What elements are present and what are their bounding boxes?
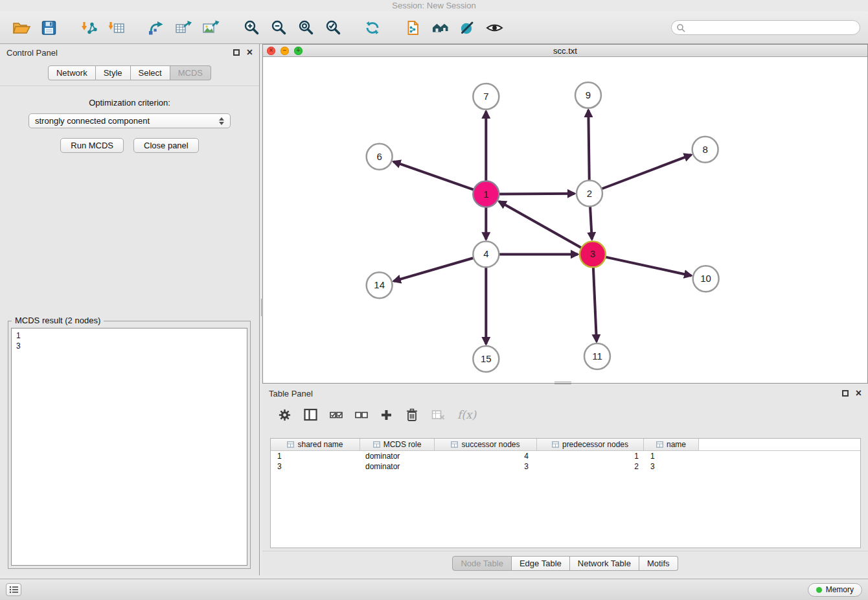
select-all-icon xyxy=(330,410,343,420)
optimization-criterion-label: Optimization criterion: xyxy=(0,98,259,108)
table-settings-button[interactable] xyxy=(278,408,291,422)
close-panel-icon[interactable]: × xyxy=(856,389,862,397)
delete-columns-button[interactable] xyxy=(405,408,419,422)
tab-motifs[interactable]: Motifs xyxy=(639,556,678,571)
table-row[interactable]: 3dominator323 xyxy=(271,461,860,472)
zoom-out-button[interactable] xyxy=(264,14,291,41)
show-columns-button[interactable] xyxy=(304,408,317,421)
graph-edge[interactable] xyxy=(393,161,474,190)
houses-icon xyxy=(431,19,449,36)
zoom-selected-button[interactable] xyxy=(319,14,346,41)
table-cell[interactable]: dominator xyxy=(360,461,435,472)
node-table-header: shared name MCDS role successor nodes pr… xyxy=(271,439,860,451)
graph-edge[interactable] xyxy=(605,257,691,276)
tab-mcds[interactable]: MCDS xyxy=(170,65,211,80)
maximize-window-icon[interactable]: + xyxy=(294,47,303,55)
import-table-button[interactable] xyxy=(102,14,130,41)
network-arrow-icon xyxy=(147,19,165,36)
node-table: shared name MCDS role successor nodes pr… xyxy=(270,438,861,548)
eye-icon xyxy=(486,20,503,36)
table-cell[interactable]: 1 xyxy=(644,451,699,461)
run-mcds-button[interactable]: Run MCDS xyxy=(60,138,124,153)
graph-node-label: 3 xyxy=(590,248,595,259)
graph-node-label: 4 xyxy=(483,248,488,259)
unselect-all-columns-button[interactable] xyxy=(355,410,368,420)
column-header-predecessor-nodes[interactable]: predecessor nodes xyxy=(537,439,644,450)
column-type-icon xyxy=(451,441,458,448)
graph-edge[interactable] xyxy=(602,155,692,189)
status-menu-button[interactable] xyxy=(6,583,21,596)
network-analyzer-button[interactable] xyxy=(426,14,453,41)
select-all-columns-button[interactable] xyxy=(330,410,343,420)
import-network-button[interactable] xyxy=(75,14,102,41)
table-cell[interactable]: 3 xyxy=(644,461,699,472)
tab-network-table[interactable]: Network Table xyxy=(570,556,639,571)
zoom-fit-button[interactable] xyxy=(291,14,319,41)
memory-button[interactable]: Memory xyxy=(808,583,862,597)
node-table-body: 1dominator4113dominator323 xyxy=(271,451,860,472)
details-button[interactable] xyxy=(481,14,508,41)
graph-edge[interactable] xyxy=(499,202,581,248)
tab-edge-table[interactable]: Edge Table xyxy=(512,556,570,571)
table-cell[interactable]: 1 xyxy=(271,451,360,461)
table-panel: Table Panel × xyxy=(262,385,868,575)
column-header-mcds-role[interactable]: MCDS role xyxy=(360,439,435,450)
document-share-icon xyxy=(404,19,422,36)
graph-node-label: 2 xyxy=(587,188,592,199)
table-cell[interactable]: 3 xyxy=(435,461,537,472)
network-window-title: scc.txt xyxy=(263,46,867,56)
save-icon xyxy=(40,19,58,36)
table-cell[interactable]: 2 xyxy=(537,461,644,472)
float-panel-icon[interactable] xyxy=(233,49,240,56)
refresh-button[interactable] xyxy=(359,14,386,41)
graph-node-label: 6 xyxy=(376,151,382,162)
export-table-button[interactable] xyxy=(170,14,197,41)
zoom-in-icon xyxy=(243,19,259,36)
network-graph: 7968124314101511 xyxy=(263,58,867,383)
search-input[interactable] xyxy=(689,23,855,32)
paint-ball-icon xyxy=(459,19,475,36)
column-header-label: MCDS role xyxy=(383,440,422,449)
tab-style[interactable]: Style xyxy=(96,65,131,80)
table-cell[interactable]: 4 xyxy=(435,451,537,461)
export-image-button[interactable] xyxy=(197,14,224,41)
table-cell[interactable]: 3 xyxy=(271,461,360,472)
share-document-button[interactable] xyxy=(399,14,426,41)
column-header-shared-name[interactable]: shared name xyxy=(271,439,360,450)
close-panel-icon[interactable]: × xyxy=(247,49,253,56)
column-header-label: predecessor nodes xyxy=(562,440,628,449)
open-session-button[interactable] xyxy=(8,14,35,41)
table-row[interactable]: 1dominator411 xyxy=(271,451,860,461)
delete-table-icon xyxy=(431,408,445,421)
graph-edge[interactable] xyxy=(593,267,597,341)
horizontal-splitter-handle[interactable] xyxy=(554,382,571,384)
column-header-successor-nodes[interactable]: successor nodes xyxy=(435,439,537,450)
graph-node-label: 15 xyxy=(481,353,492,364)
tab-network[interactable]: Network xyxy=(48,65,96,80)
delete-table-button xyxy=(431,408,445,421)
graph-edge[interactable] xyxy=(394,258,474,281)
column-header-name[interactable]: name xyxy=(644,439,699,450)
search-icon xyxy=(676,23,685,32)
graph-edge[interactable] xyxy=(499,194,575,194)
network-canvas[interactable]: 7968124314101511 xyxy=(263,58,867,383)
tab-node-table[interactable]: Node Table xyxy=(452,556,512,571)
graph-edge[interactable] xyxy=(590,207,592,240)
export-network-button[interactable] xyxy=(143,14,170,41)
criterion-dropdown[interactable]: strongly connected component xyxy=(29,113,231,128)
minimize-window-icon[interactable]: − xyxy=(280,47,289,55)
apply-style-button[interactable] xyxy=(453,14,481,41)
table-cell[interactable]: 1 xyxy=(537,451,644,461)
table-cell[interactable]: dominator xyxy=(360,451,435,461)
vertical-splitter-handle[interactable] xyxy=(259,299,262,316)
zoom-in-button[interactable] xyxy=(237,14,264,41)
float-panel-icon[interactable] xyxy=(842,390,849,397)
column-header-label: name xyxy=(667,440,686,449)
save-session-button[interactable] xyxy=(35,14,62,41)
control-panel-title: Control Panel xyxy=(6,48,58,58)
tab-select[interactable]: Select xyxy=(131,65,170,80)
close-panel-button[interactable]: Close panel xyxy=(133,138,199,153)
close-window-icon[interactable]: × xyxy=(267,47,275,55)
graph-edge[interactable] xyxy=(588,110,589,181)
create-column-button[interactable] xyxy=(380,409,393,421)
